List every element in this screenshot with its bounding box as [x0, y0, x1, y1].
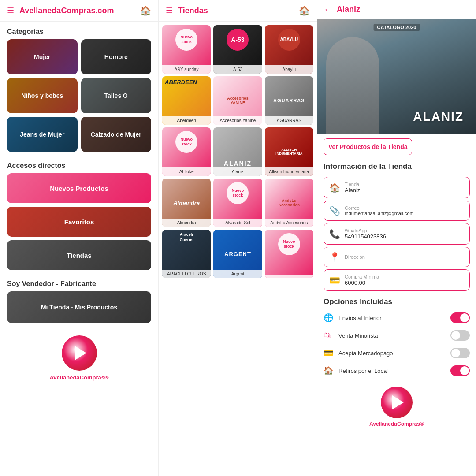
store-card-almendra[interactable]: Almendra Almendra: [162, 178, 211, 227]
info-section-title: Información de la Tienda: [317, 160, 476, 175]
category-item-tallesg[interactable]: Talles G: [81, 78, 152, 113]
left-panel: ☰ AvellanedaCompras.com 🏠 Categorias Muj…: [0, 0, 159, 476]
category-label-jeans: Jeans de Mujer: [20, 131, 64, 138]
store-cover-image: CATALOGO 2020 ALANIZ: [317, 19, 476, 134]
retiros-label: Retiros por el Local: [338, 368, 446, 374]
whatsapp-value: 5491154023836: [345, 233, 464, 240]
opcion-row-mercadopago: 💳 Acepta Mercadopago: [317, 344, 476, 362]
cover-figure: [326, 37, 379, 134]
whatsapp-label: WhatsApp: [345, 228, 464, 233]
store-card-araceli[interactable]: AraceliCueros ARACELI CUEROS: [162, 230, 211, 278]
info-card-correo: 📎 Correo indumentariaal.aniz@gmail.com: [324, 201, 470, 221]
mi-tienda-item[interactable]: Mi Tienda - Mis Productos: [7, 291, 151, 323]
category-item-jeans[interactable]: Jeans de Mujer: [7, 117, 78, 152]
mercadopago-label: Acepta Mercadopago: [338, 350, 446, 357]
store-name-alaniz: Alaniz: [213, 167, 262, 176]
store-name-almendra: Almendra: [162, 219, 211, 227]
right-logo-registered: ®: [420, 421, 424, 427]
logo-text-avellaneda: Avellaneda: [49, 374, 79, 381]
left-menu-icon[interactable]: ☰: [7, 6, 14, 15]
store-card-yanine[interactable]: AccesoriosYANINE Accesorios Yanine: [213, 76, 262, 125]
envios-toggle-knob: [460, 313, 469, 322]
category-label-hombre: Hombre: [104, 53, 128, 60]
category-item-hombre[interactable]: Hombre: [81, 39, 152, 74]
compra-minima-icon: 💳: [329, 275, 340, 286]
store-card-nuevo[interactable]: Nuevostock: [265, 230, 313, 278]
store-card-a53[interactable]: A-53 A-53: [213, 25, 262, 74]
right-logo-area: AvellanedaCompras®: [317, 379, 476, 431]
opciones-title: Opciones Incluidas: [317, 293, 476, 309]
store-logo-araceli: AraceliCueros: [180, 232, 193, 242]
store-badge-alvarado: Nuevostock: [227, 182, 249, 204]
info-content-correo: Correo indumentariaal.aniz@gmail.com: [345, 205, 464, 216]
acceso-tiendas[interactable]: Tiendas: [7, 240, 151, 270]
store-logo-yanine: AccesoriosYANINE: [227, 96, 249, 105]
store-logo-allison: ALLISONINDUMENTARIA: [274, 146, 304, 157]
store-card-any-sunday[interactable]: Nuevostock A&Y sunday: [162, 25, 211, 74]
correo-icon: 📎: [329, 205, 340, 216]
store-name-yanine: Accesorios Yanine: [213, 116, 262, 125]
store-card-andylu[interactable]: AndyLuAccesorios AndyLu Accesorios: [265, 178, 313, 227]
venta-minorista-icon: 🛍: [324, 331, 334, 340]
category-label-mujer: Mujer: [34, 53, 50, 60]
direccion-icon: 📍: [329, 252, 340, 262]
middle-home-icon[interactable]: 🏠: [299, 5, 310, 16]
retiros-toggle[interactable]: [450, 365, 470, 376]
logo-registered: ®: [104, 374, 109, 381]
store-card-argent[interactable]: ARGENT Argent: [213, 230, 262, 278]
tienda-label: Tienda: [345, 182, 464, 187]
store-badge-altoke: Nuevostock: [175, 131, 197, 153]
mi-tienda-label: Mi Tienda - Mis Productos: [41, 304, 117, 311]
store-name-allison: Allison Indumentaria: [265, 167, 313, 176]
store-card-aberdeen[interactable]: ABERDEEN Aberdeen: [162, 76, 211, 125]
ver-productos-button[interactable]: Ver Productos de la Tienda: [324, 138, 412, 155]
info-content-direccion: Dirección: [345, 254, 464, 260]
store-badge-nuevo: Nuevostock: [278, 233, 300, 255]
category-item-calzado[interactable]: Calzado de Mujer: [81, 117, 152, 152]
category-label-tallesg: Talles G: [104, 92, 128, 99]
store-name-andylu: AndyLu Accesorios: [265, 219, 313, 227]
store-logo-alaniz: ALANIZ: [224, 160, 252, 167]
info-content-tienda: Tienda Alaniz: [345, 182, 464, 193]
venta-minorista-toggle[interactable]: [450, 330, 470, 341]
venta-minorista-toggle-knob: [451, 331, 460, 340]
envios-toggle[interactable]: [450, 312, 470, 323]
middle-header: ☰ Tiendas 🏠: [159, 0, 317, 22]
store-card-alaniz[interactable]: ALANIZ Alaniz: [213, 127, 262, 176]
store-name-any-sunday: A&Y sunday: [162, 65, 211, 74]
back-button[interactable]: ←: [324, 4, 332, 15]
categories-title: Categorias: [0, 22, 158, 39]
store-card-altoke[interactable]: Nuevostock Al Toke: [162, 127, 211, 176]
middle-menu-icon[interactable]: ☰: [166, 6, 173, 15]
store-card-allison[interactable]: ALLISONINDUMENTARIA Allison Indumentaria: [265, 127, 313, 176]
info-card-direccion: 📍 Dirección: [324, 247, 470, 267]
right-logo-avellaneda: Avellaneda: [369, 421, 397, 427]
info-card-tienda: 🏠 Tienda Alaniz: [324, 177, 470, 198]
store-card-aguarras[interactable]: AGUARRAS AGUARRAS: [265, 76, 313, 125]
mercadopago-toggle-knob: [451, 349, 460, 357]
category-label-calzado: Calzado de Mujer: [91, 131, 141, 138]
middle-panel: ☰ Tiendas 🏠 Nuevostock A&Y sunday A-53 A…: [159, 0, 317, 476]
acceso-nuevos[interactable]: Nuevos Productos: [7, 173, 151, 203]
mercadopago-toggle[interactable]: [450, 348, 470, 358]
store-card-alvarado[interactable]: Nuevostock Alvarado Sol: [213, 178, 262, 227]
stores-grid: Nuevostock A&Y sunday A-53 A-53 ABAYLU A…: [159, 22, 317, 282]
acceso-nuevos-label: Nuevos Productos: [50, 185, 108, 192]
retiros-toggle-knob: [460, 366, 469, 375]
acceso-favoritos[interactable]: Favoritos: [7, 207, 151, 237]
category-item-mujer[interactable]: Mujer: [7, 39, 78, 74]
tienda-icon: 🏠: [329, 182, 340, 193]
acceso-tiendas-label: Tiendas: [67, 252, 91, 259]
right-panel: ← Alaniz CATALOGO 2020 ALANIZ Ver Produc…: [317, 0, 476, 476]
info-content-whatsapp: WhatsApp 5491154023836: [345, 228, 464, 240]
cover-catalog-year: CATALOGO 2020: [374, 24, 420, 31]
category-item-ninos[interactable]: Niños y bebes: [7, 78, 78, 113]
store-logo-almendra: Almendra: [173, 200, 200, 206]
left-home-icon[interactable]: 🏠: [140, 5, 151, 16]
store-card-abaylu[interactable]: ABAYLU Abaylu: [265, 25, 313, 74]
right-logo-circle: [381, 387, 413, 418]
categories-grid: Mujer Hombre Niños y bebes Talles G Jean…: [0, 39, 158, 156]
opcion-row-envios: 🌐 Envíos al Interior: [317, 309, 476, 327]
info-content-compra-minima: Compra Mínima 6000.00: [345, 274, 464, 286]
store-logo-argent: ARGENT: [224, 251, 251, 257]
